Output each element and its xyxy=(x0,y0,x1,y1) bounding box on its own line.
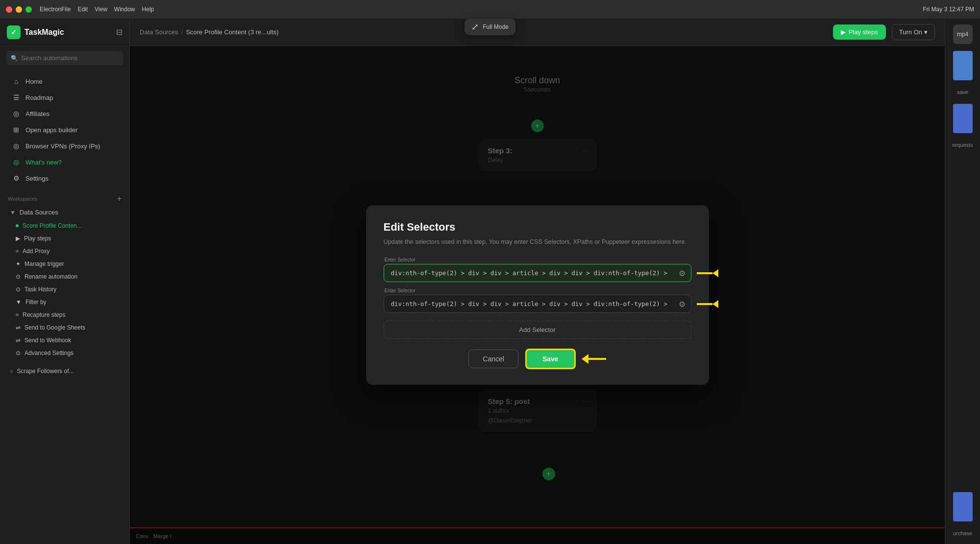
modal-title: Edit Selectors xyxy=(384,221,691,234)
right-panel: mp4 save requests urchase xyxy=(945,19,980,544)
canvas-area: Scroll down 5seconds + ··· Step 3: Delay… xyxy=(130,46,945,544)
modal-actions: Cancel Save xyxy=(384,349,691,369)
sidebar-item-label: Browser VPNs (Proxy IPs) xyxy=(25,142,100,150)
titlebar-right: Fri May 3 12:47 PM xyxy=(923,6,974,13)
history-icon: ⊙ xyxy=(16,286,21,293)
filter-icon: ▼ xyxy=(16,299,22,306)
save-arrow xyxy=(582,354,606,364)
breadcrumb-current: Score Profile Content (3 re...ults) xyxy=(186,28,278,36)
sidebar-sub-play-steps[interactable]: ▶ Play steps xyxy=(0,232,129,245)
logo-icon: ✓ xyxy=(7,25,21,39)
sidebar-item-home[interactable]: ⌂ Home xyxy=(4,73,125,89)
webhook-icon: ⇌ xyxy=(16,337,21,344)
turn-on-button[interactable]: Turn On ▾ xyxy=(892,24,935,40)
menu-window[interactable]: Window xyxy=(114,6,135,13)
selector-1-settings-icon[interactable]: ⚙ xyxy=(679,268,686,278)
selector-1-arrow xyxy=(697,269,718,277)
menu-help[interactable]: Help xyxy=(142,6,154,13)
menu-view[interactable]: View xyxy=(95,6,107,13)
titlebar-menu: File Edit View Window Help xyxy=(61,6,154,13)
search-input[interactable] xyxy=(21,54,119,62)
selector-1-label: Enter Selector xyxy=(384,257,691,262)
app-container: ✓ TaskMagic ⊟ 🔍 ⌂ Home ☰ Roadmap ◎ Affil… xyxy=(0,19,980,544)
trigger-icon: ✦ xyxy=(16,260,21,267)
home-icon: ⌂ xyxy=(12,77,21,85)
sidebar-item-label: Roadmap xyxy=(25,94,53,101)
sidebar-header: ✓ TaskMagic ⊟ xyxy=(0,19,129,46)
selector-2-wrapper: Enter Selector ⚙ xyxy=(384,288,691,313)
sidebar-item-label: Affiliates xyxy=(25,110,49,118)
play-steps-button[interactable]: ▶ Play steps xyxy=(833,24,886,40)
sidebar-item-label: What's new? xyxy=(25,159,62,166)
selector-2-label: Enter Selector xyxy=(384,288,691,293)
screenshot-label: Full Mode xyxy=(483,24,509,30)
workspaces-title: Workspaces + xyxy=(0,189,129,205)
modal-overlay[interactable]: Edit Selectors Update the selectors used… xyxy=(130,46,945,544)
right-panel-blue-item xyxy=(953,51,973,80)
maximize-button[interactable] xyxy=(25,6,32,13)
selector-2-arrow xyxy=(697,300,718,308)
save-button[interactable]: Save xyxy=(525,349,576,369)
breadcrumb: Data Sources / Score Profile Content (3 … xyxy=(140,28,279,36)
sidebar-item-affiliates[interactable]: ◎ Affiliates xyxy=(4,106,125,121)
dot-icon-2 xyxy=(16,313,19,316)
right-panel-blue-item-2 xyxy=(953,104,973,133)
close-button[interactable] xyxy=(6,6,12,13)
selector-1-input[interactable] xyxy=(384,264,691,282)
sidebar-sub-task-history[interactable]: ⊙ Task History xyxy=(0,283,129,296)
menu-file[interactable]: File xyxy=(61,6,71,13)
sidebar-sub-recapture[interactable]: Recapture steps xyxy=(0,308,129,321)
sidebar-sub-google-sheets[interactable]: ⇌ Send to Google Sheets xyxy=(0,321,129,334)
folder-icon: ▼ xyxy=(10,209,16,216)
sidebar-item-apps-builder[interactable]: ⊞ Open apps builder xyxy=(4,122,125,138)
titlebar: Electron File Edit View Window Help Fri … xyxy=(0,0,980,19)
sidebar-sub-filter-by[interactable]: ▼ Filter by xyxy=(0,296,129,308)
sidebar-item-vpn[interactable]: ◎ Browser VPNs (Proxy IPs) xyxy=(4,138,125,154)
screenshot-icon: ⤢ xyxy=(471,22,479,32)
nav-items: ⌂ Home ☰ Roadmap ◎ Affiliates ⊞ Open app… xyxy=(0,70,129,189)
play-icon: ▶ xyxy=(841,28,846,36)
menu-edit[interactable]: Edit xyxy=(77,6,88,13)
sidebar-item-score-profile[interactable]: Score Profile Conten... xyxy=(0,219,129,232)
active-dot xyxy=(16,224,19,227)
main-content: Data Sources / Score Profile Content (3 … xyxy=(130,19,945,544)
sidebar-sub-add-proxy[interactable]: Add Proxy xyxy=(0,245,129,258)
modal-description: Update the selectors used in this step. … xyxy=(384,237,691,247)
selector-1-wrapper: Enter Selector ⚙ xyxy=(384,257,691,282)
screenshot-tool[interactable]: ⤢ Full Mode xyxy=(465,19,515,35)
sidebar-item-roadmap[interactable]: ☰ Roadmap xyxy=(4,90,125,105)
rename-icon: ⊙ xyxy=(16,273,21,280)
selector-2-input[interactable] xyxy=(384,295,691,313)
sidebar-sub-advanced-settings[interactable]: ⊙ Advanced Settings xyxy=(0,347,129,359)
minimize-button[interactable] xyxy=(16,6,22,13)
sidebar-bottom-workspace[interactable]: ≡ Scrape Followers of... xyxy=(0,364,129,378)
add-selector-button[interactable]: Add Selector xyxy=(384,321,691,339)
sidebar-sub-webhook[interactable]: ⇌ Send to Webhook xyxy=(0,334,129,347)
affiliates-icon: ◎ xyxy=(12,110,21,118)
sidebar-item-whats-new[interactable]: ◎ What's new? xyxy=(4,154,125,170)
settings-icon: ⚙ xyxy=(12,174,21,182)
topbar: Data Sources / Score Profile Content (3 … xyxy=(130,19,945,46)
workspace-data-sources[interactable]: ▼ Data Sources xyxy=(0,205,129,219)
add-workspace-button[interactable]: + xyxy=(117,194,122,203)
dot-icon xyxy=(16,250,19,253)
sidebar-sub-rename[interactable]: ⊙ Rename automation xyxy=(0,270,129,283)
traffic-lights xyxy=(6,6,32,13)
cancel-button[interactable]: Cancel xyxy=(468,350,518,368)
search-box[interactable]: 🔍 xyxy=(6,51,123,65)
sidebar-sub-manage-trigger[interactable]: ✦ Manage trigger xyxy=(0,258,129,270)
sidebar-item-settings[interactable]: ⚙ Settings xyxy=(4,170,125,186)
save-button-wrapper: Save xyxy=(525,349,606,369)
breadcrumb-separator: / xyxy=(181,28,183,36)
search-icon: 🔍 xyxy=(11,55,18,62)
sidebar-item-label: Open apps builder xyxy=(25,126,77,134)
advanced-icon: ⊙ xyxy=(16,350,21,356)
chevron-down-icon: ▾ xyxy=(924,28,928,36)
right-panel-purchase-label: urchase xyxy=(951,528,974,538)
roadmap-icon: ☰ xyxy=(12,94,21,101)
sidebar-toggle[interactable]: ⊟ xyxy=(116,27,122,37)
workspace-icon: ≡ xyxy=(10,368,13,374)
sidebar-item-label: Settings xyxy=(25,175,49,182)
selector-2-settings-icon[interactable]: ⚙ xyxy=(679,299,686,308)
right-panel-item-1[interactable]: mp4 xyxy=(953,24,973,44)
